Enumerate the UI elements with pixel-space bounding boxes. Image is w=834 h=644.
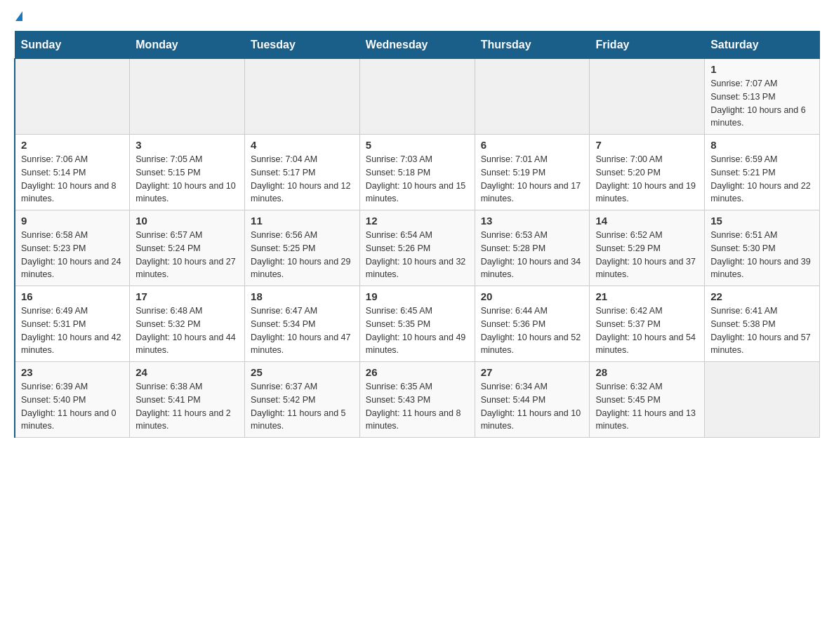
day-info: Sunrise: 6:57 AM Sunset: 5:24 PM Dayligh… bbox=[135, 230, 235, 279]
day-info: Sunrise: 6:53 AM Sunset: 5:28 PM Dayligh… bbox=[481, 230, 581, 279]
calendar-week-5: 23Sunrise: 6:39 AM Sunset: 5:40 PM Dayli… bbox=[15, 362, 820, 438]
day-number: 3 bbox=[135, 139, 239, 151]
calendar-cell-w1-d4 bbox=[359, 59, 475, 135]
day-info: Sunrise: 6:41 AM Sunset: 5:38 PM Dayligh… bbox=[710, 306, 810, 355]
calendar-cell-w5-d4: 26Sunrise: 6:35 AM Sunset: 5:43 PM Dayli… bbox=[359, 362, 475, 438]
day-info: Sunrise: 7:04 AM Sunset: 5:17 PM Dayligh… bbox=[251, 154, 350, 203]
calendar-cell-w1-d7: 1Sunrise: 7:07 AM Sunset: 5:13 PM Daylig… bbox=[705, 59, 820, 135]
day-number: 1 bbox=[710, 63, 814, 75]
day-number: 21 bbox=[595, 290, 699, 302]
calendar-week-4: 16Sunrise: 6:49 AM Sunset: 5:31 PM Dayli… bbox=[15, 286, 820, 362]
day-number: 17 bbox=[135, 290, 239, 302]
day-number: 10 bbox=[135, 215, 239, 227]
day-number: 2 bbox=[21, 139, 124, 151]
calendar-cell-w2-d7: 8Sunrise: 6:59 AM Sunset: 5:21 PM Daylig… bbox=[705, 135, 820, 210]
calendar-cell-w5-d6: 28Sunrise: 6:32 AM Sunset: 5:45 PM Dayli… bbox=[590, 362, 705, 438]
day-number: 16 bbox=[21, 290, 124, 302]
weekday-header-row: SundayMondayTuesdayWednesdayThursdayFrid… bbox=[15, 32, 820, 59]
weekday-header-wednesday: Wednesday bbox=[359, 32, 475, 59]
day-number: 27 bbox=[481, 366, 584, 378]
day-number: 23 bbox=[21, 366, 124, 378]
calendar-cell-w4-d4: 19Sunrise: 6:45 AM Sunset: 5:35 PM Dayli… bbox=[359, 286, 475, 362]
weekday-header-monday: Monday bbox=[130, 32, 245, 59]
calendar-cell-w2-d6: 7Sunrise: 7:00 AM Sunset: 5:20 PM Daylig… bbox=[590, 135, 705, 210]
calendar-cell-w5-d5: 27Sunrise: 6:34 AM Sunset: 5:44 PM Dayli… bbox=[475, 362, 590, 438]
day-number: 12 bbox=[366, 215, 469, 227]
day-info: Sunrise: 6:59 AM Sunset: 5:21 PM Dayligh… bbox=[710, 154, 810, 203]
calendar-cell-w3-d4: 12Sunrise: 6:54 AM Sunset: 5:26 PM Dayli… bbox=[359, 210, 475, 286]
day-info: Sunrise: 6:56 AM Sunset: 5:25 PM Dayligh… bbox=[251, 230, 350, 279]
calendar-cell-w1-d1 bbox=[15, 59, 130, 135]
calendar-cell-w3-d2: 10Sunrise: 6:57 AM Sunset: 5:24 PM Dayli… bbox=[130, 210, 245, 286]
calendar-table: SundayMondayTuesdayWednesdayThursdayFrid… bbox=[14, 31, 820, 438]
day-info: Sunrise: 6:52 AM Sunset: 5:29 PM Dayligh… bbox=[595, 230, 695, 279]
calendar-cell-w5-d2: 24Sunrise: 6:38 AM Sunset: 5:41 PM Dayli… bbox=[130, 362, 245, 438]
day-info: Sunrise: 7:03 AM Sunset: 5:18 PM Dayligh… bbox=[366, 154, 465, 203]
day-info: Sunrise: 6:39 AM Sunset: 5:40 PM Dayligh… bbox=[21, 382, 117, 431]
day-number: 5 bbox=[366, 139, 469, 151]
calendar-cell-w3-d6: 14Sunrise: 6:52 AM Sunset: 5:29 PM Dayli… bbox=[590, 210, 705, 286]
day-info: Sunrise: 6:47 AM Sunset: 5:34 PM Dayligh… bbox=[251, 306, 350, 355]
calendar-cell-w1-d2 bbox=[130, 59, 245, 135]
calendar-header: SundayMondayTuesdayWednesdayThursdayFrid… bbox=[15, 32, 820, 59]
day-number: 9 bbox=[21, 215, 124, 227]
calendar-cell-w4-d6: 21Sunrise: 6:42 AM Sunset: 5:37 PM Dayli… bbox=[590, 286, 705, 362]
calendar-cell-w3-d1: 9Sunrise: 6:58 AM Sunset: 5:23 PM Daylig… bbox=[15, 210, 130, 286]
day-number: 28 bbox=[595, 366, 699, 378]
calendar-cell-w2-d5: 6Sunrise: 7:01 AM Sunset: 5:19 PM Daylig… bbox=[475, 135, 590, 210]
weekday-header-thursday: Thursday bbox=[475, 32, 590, 59]
calendar-cell-w2-d3: 4Sunrise: 7:04 AM Sunset: 5:17 PM Daylig… bbox=[245, 135, 360, 210]
calendar-cell-w4-d1: 16Sunrise: 6:49 AM Sunset: 5:31 PM Dayli… bbox=[15, 286, 130, 362]
day-number: 13 bbox=[481, 215, 584, 227]
day-info: Sunrise: 6:42 AM Sunset: 5:37 PM Dayligh… bbox=[595, 306, 695, 355]
weekday-header-sunday: Sunday bbox=[15, 32, 130, 59]
day-number: 8 bbox=[710, 139, 814, 151]
calendar-body: 1Sunrise: 7:07 AM Sunset: 5:13 PM Daylig… bbox=[15, 59, 820, 438]
day-number: 18 bbox=[251, 290, 354, 302]
day-info: Sunrise: 6:34 AM Sunset: 5:44 PM Dayligh… bbox=[481, 382, 581, 431]
day-info: Sunrise: 6:37 AM Sunset: 5:42 PM Dayligh… bbox=[251, 382, 346, 431]
day-info: Sunrise: 6:48 AM Sunset: 5:32 PM Dayligh… bbox=[135, 306, 235, 355]
logo bbox=[14, 14, 22, 24]
calendar-week-1: 1Sunrise: 7:07 AM Sunset: 5:13 PM Daylig… bbox=[15, 59, 820, 135]
weekday-header-tuesday: Tuesday bbox=[245, 32, 360, 59]
calendar-cell-w4-d7: 22Sunrise: 6:41 AM Sunset: 5:38 PM Dayli… bbox=[705, 286, 820, 362]
calendar-cell-w5-d7 bbox=[705, 362, 820, 438]
calendar-cell-w1-d3 bbox=[245, 59, 360, 135]
day-number: 11 bbox=[251, 215, 354, 227]
calendar-week-3: 9Sunrise: 6:58 AM Sunset: 5:23 PM Daylig… bbox=[15, 210, 820, 286]
calendar-cell-w5-d3: 25Sunrise: 6:37 AM Sunset: 5:42 PM Dayli… bbox=[245, 362, 360, 438]
day-info: Sunrise: 7:06 AM Sunset: 5:14 PM Dayligh… bbox=[21, 154, 117, 203]
calendar-cell-w4-d3: 18Sunrise: 6:47 AM Sunset: 5:34 PM Dayli… bbox=[245, 286, 360, 362]
day-info: Sunrise: 7:00 AM Sunset: 5:20 PM Dayligh… bbox=[595, 154, 695, 203]
calendar-cell-w5-d1: 23Sunrise: 6:39 AM Sunset: 5:40 PM Dayli… bbox=[15, 362, 130, 438]
logo-triangle-icon bbox=[15, 11, 22, 21]
day-number: 14 bbox=[595, 215, 699, 227]
day-info: Sunrise: 6:32 AM Sunset: 5:45 PM Dayligh… bbox=[595, 382, 695, 431]
day-info: Sunrise: 7:01 AM Sunset: 5:19 PM Dayligh… bbox=[481, 154, 581, 203]
calendar-cell-w2-d4: 5Sunrise: 7:03 AM Sunset: 5:18 PM Daylig… bbox=[359, 135, 475, 210]
day-number: 22 bbox=[710, 290, 814, 302]
day-info: Sunrise: 6:35 AM Sunset: 5:43 PM Dayligh… bbox=[366, 382, 461, 431]
day-number: 4 bbox=[251, 139, 354, 151]
day-info: Sunrise: 6:44 AM Sunset: 5:36 PM Dayligh… bbox=[481, 306, 581, 355]
calendar-cell-w1-d5 bbox=[475, 59, 590, 135]
page-header bbox=[14, 14, 820, 24]
day-info: Sunrise: 6:58 AM Sunset: 5:23 PM Dayligh… bbox=[21, 230, 121, 279]
calendar-cell-w3-d5: 13Sunrise: 6:53 AM Sunset: 5:28 PM Dayli… bbox=[475, 210, 590, 286]
calendar-cell-w4-d2: 17Sunrise: 6:48 AM Sunset: 5:32 PM Dayli… bbox=[130, 286, 245, 362]
day-number: 24 bbox=[135, 366, 239, 378]
weekday-header-friday: Friday bbox=[590, 32, 705, 59]
calendar-cell-w2-d1: 2Sunrise: 7:06 AM Sunset: 5:14 PM Daylig… bbox=[15, 135, 130, 210]
day-number: 26 bbox=[366, 366, 469, 378]
day-number: 25 bbox=[251, 366, 354, 378]
day-number: 19 bbox=[366, 290, 469, 302]
day-info: Sunrise: 6:54 AM Sunset: 5:26 PM Dayligh… bbox=[366, 230, 465, 279]
day-info: Sunrise: 6:49 AM Sunset: 5:31 PM Dayligh… bbox=[21, 306, 121, 355]
day-number: 20 bbox=[481, 290, 584, 302]
calendar-cell-w4-d5: 20Sunrise: 6:44 AM Sunset: 5:36 PM Dayli… bbox=[475, 286, 590, 362]
day-number: 6 bbox=[481, 139, 584, 151]
calendar-week-2: 2Sunrise: 7:06 AM Sunset: 5:14 PM Daylig… bbox=[15, 135, 820, 210]
calendar-cell-w3-d7: 15Sunrise: 6:51 AM Sunset: 5:30 PM Dayli… bbox=[705, 210, 820, 286]
day-info: Sunrise: 6:45 AM Sunset: 5:35 PM Dayligh… bbox=[366, 306, 465, 355]
